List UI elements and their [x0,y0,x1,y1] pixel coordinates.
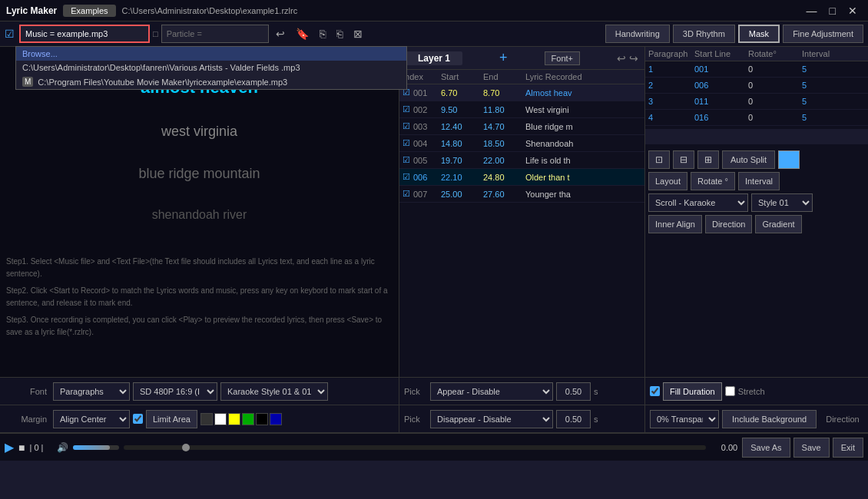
progress-dot[interactable] [182,444,190,451]
transparency-dropdown[interactable]: 0% Transpare [650,410,719,428]
fill-duration-btn[interactable]: Fill Duration [663,382,722,401]
music-field[interactable]: Music = example.mp3 [19,25,150,43]
rhythm3d-btn[interactable]: 3D Rhythm [673,25,735,43]
playback-bar: ▶ ■ | 0 | 🔊 0.00 Save As Save Exit [0,433,868,461]
paragraph-row[interactable]: 2 006 0 5 [645,78,868,94]
swatch-green[interactable] [242,413,254,425]
paragraph-row[interactable]: 4 016 0 5 [645,110,868,126]
row-end-6: 27.60 [483,190,525,199]
table-row[interactable]: ☑ 002 9.50 11.80 West virgini [399,101,644,118]
stretch-check[interactable] [725,386,735,396]
particle-input[interactable] [161,25,269,43]
volume-bar[interactable] [73,445,119,450]
table-row[interactable]: ☑ 006 22.10 24.80 Older than t [399,169,644,186]
table-row[interactable]: ☑ 007 25.00 27.60 Younger tha [399,186,644,203]
col-lyric: Lyric Recorded [525,72,641,81]
scroll-mode-select[interactable]: Scroll - Karaoke [648,193,748,212]
redo-btn[interactable]: ↪ [629,52,638,64]
disappear-value[interactable] [556,410,591,428]
layout-btn[interactable]: Layout [648,172,687,190]
swatch-white[interactable] [214,413,227,425]
icon-btn-copy[interactable]: ⎘ [316,26,330,41]
auto-split-btn[interactable]: Auto Split [722,150,775,169]
table-row[interactable]: ☑ 004 14.80 18.50 Shenandoah [399,135,644,152]
exit-btn[interactable]: Exit [833,438,863,458]
font-dropdown[interactable]: Paragraphs [53,382,130,401]
undo-btn[interactable]: ↩ [617,52,626,64]
color-swatches [200,413,282,425]
examples-tab[interactable]: Examples [63,5,115,17]
disappear-dropdown[interactable]: Disappear - Disable [430,410,553,428]
appear-dropdown[interactable]: Appear - Disable [430,382,553,401]
maximize-btn[interactable]: □ [825,5,840,17]
progress-track[interactable] [124,445,706,450]
row-end-3: 18.50 [483,139,525,148]
row-start-3: 14.80 [441,139,483,148]
right-action-buttons: ⊡ ⊟ ⊞ Auto Split Layout Rotate ° Interva… [645,147,868,236]
fill-duration-check[interactable] [650,386,660,396]
save-btn[interactable]: Save [793,438,830,458]
appear-value[interactable] [556,382,591,401]
swatch-navy[interactable] [270,413,282,425]
interval-btn[interactable]: Interval [738,172,780,190]
browse-btn[interactable]: Browse... [16,47,406,61]
mask-btn[interactable]: Mask [738,25,780,43]
layer-name[interactable]: Layer 1 [406,51,462,65]
table-row[interactable]: ☑ 001 6.70 8.70 Almost heav [399,84,644,101]
icon-btn-2[interactable]: ⊟ [673,150,694,169]
save-as-btn[interactable]: Save As [742,438,790,458]
table-row[interactable]: ☑ 003 12.40 14.70 Blue ridge m [399,118,644,135]
row-start-4: 19.70 [441,156,483,165]
icon-btn-undo[interactable]: ↩ [272,26,289,41]
table-row[interactable]: ☑ 005 19.70 22.00 Life is old th [399,152,644,169]
play-btn[interactable]: ▶ [5,440,14,454]
lyric-table-body: ☑ 001 6.70 8.70 Almost heav ☑ 002 9.50 1… [399,84,644,377]
resolution-dropdown[interactable]: SD 480P 16:9 (I [133,382,217,401]
swatch-black2[interactable] [256,413,268,425]
karaoke-style-dropdown[interactable]: Karaoke Style 01 & 01 [220,382,328,401]
row-lyric-4: Life is old th [525,156,641,165]
ac-item-0[interactable]: C:\Users\Administrator\Desktop\fanren\Va… [16,61,406,74]
para-num-0: 1 [648,64,694,74]
action-row-4: Inner Align Direction Gradient [648,215,865,233]
title-bar: Lyric Maker Examples C:\Users\Administra… [0,0,868,21]
limit-area-check[interactable] [133,414,143,424]
minimize-btn[interactable]: — [802,5,822,17]
swatch-black[interactable] [200,413,213,425]
icon-btn-bookmark[interactable]: 🔖 [292,26,313,41]
paragraph-spacer [645,129,868,144]
paragraph-row[interactable]: 3 011 0 5 [645,94,868,110]
margin-dropdown[interactable]: Align Center [53,410,130,428]
step1-text: Step1. Select <Music file> and <Text Fil… [6,256,393,280]
row-idx-3: ☑ 004 [403,138,441,148]
swatch-yellow[interactable] [228,413,240,425]
limit-area-btn[interactable]: Limit Area [146,410,197,428]
music-checkbox[interactable]: ☑ [5,28,15,40]
font-row: Font Paragraphs SD 480P 16:9 (I Karaoke … [0,378,399,405]
style-buttons: Handwriting 3D Rhythm Mask Fine Adjustme… [605,25,863,43]
icon-btn-3[interactable]: ⊞ [697,150,719,169]
ac-path-0: C:\Users\Administrator\Desktop\fanren\Va… [22,63,300,72]
direction-btn[interactable]: Direction [705,215,752,233]
row-end-4: 22.00 [483,156,525,165]
main-area: almost heaven west virginia blue ridge m… [0,47,868,377]
gradient-btn[interactable]: Gradient [755,215,801,233]
add-layer-btn[interactable]: + [499,50,508,66]
paragraph-row[interactable]: 1 001 0 5 [645,61,868,78]
close-btn[interactable]: ✕ [843,5,862,17]
row-idx-2: ☑ 003 [403,121,441,131]
handwriting-btn[interactable]: Handwriting [605,25,670,43]
color-box[interactable] [778,150,800,169]
fine-adj-btn[interactable]: Fine Adjustment [783,25,863,43]
action-row-1: ⊡ ⊟ ⊞ Auto Split [648,150,865,169]
icon-btn-close[interactable]: ⊠ [350,26,366,41]
rotate-btn[interactable]: Rotate ° [691,172,735,190]
style-select[interactable]: Style 01 [751,193,813,212]
icon-btn-1[interactable]: ⊡ [648,150,670,169]
ac-item-1[interactable]: M C:\Program Files\Youtube Movie Maker\l… [16,74,406,89]
inner-align-btn[interactable]: Inner Align [648,215,702,233]
include-bg-btn[interactable]: Include Background [722,410,817,428]
stop-btn[interactable]: ■ [18,441,25,454]
icon-btn-paste[interactable]: ⎗ [333,26,346,41]
font-plus-btn[interactable]: Font+ [545,51,580,65]
